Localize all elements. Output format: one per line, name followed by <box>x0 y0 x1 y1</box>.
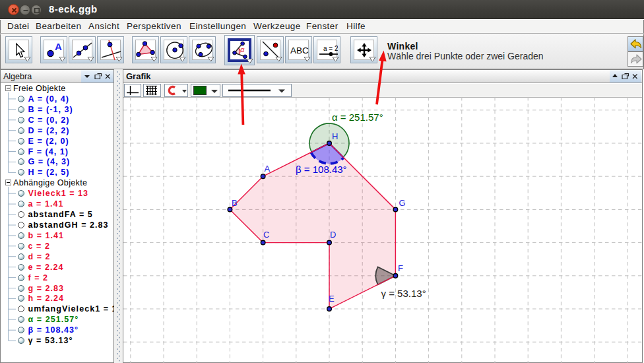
svg-text:D: D <box>330 230 336 240</box>
svg-text:γ = 53.13°: γ = 53.13° <box>381 288 426 299</box>
svg-text:G: G <box>399 198 406 208</box>
svg-text:ABC: ABC <box>290 46 309 55</box>
svg-text:A: A <box>55 41 62 52</box>
svg-text:A: A <box>265 164 271 174</box>
svg-text:α: α <box>240 46 245 53</box>
svg-text:β = 108.43°: β = 108.43° <box>296 164 347 175</box>
svg-text:H: H <box>332 131 338 141</box>
svg-text:a = 2: a = 2 <box>323 45 338 52</box>
svg-text:B: B <box>232 198 238 208</box>
svg-text:α = 251.57°: α = 251.57° <box>332 112 383 123</box>
svg-text:C: C <box>263 230 269 240</box>
svg-text:E: E <box>329 294 335 304</box>
svg-text:F: F <box>398 263 403 273</box>
